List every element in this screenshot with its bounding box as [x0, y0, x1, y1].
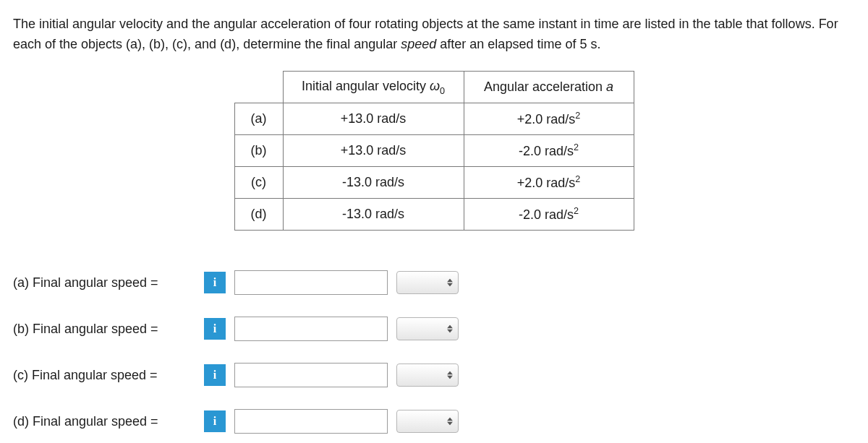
info-button[interactable]: i [204, 410, 226, 432]
answer-label: (d) Final angular speed = [13, 414, 195, 429]
accel-sq: 2 [574, 142, 579, 152]
accel-cell: -2.0 rad/s2 [464, 135, 634, 167]
omega-symbol: ω [430, 79, 440, 93]
col-header-velocity: Initial angular velocity ω0 [283, 71, 464, 103]
answer-label: (a) Final angular speed = [13, 275, 195, 291]
table-corner [234, 71, 283, 103]
velocity-cell: +13.0 rad/s [283, 103, 464, 135]
velocity-cell: -13.0 rad/s [283, 199, 464, 231]
unit-select-a[interactable] [396, 271, 459, 294]
omega-sub: 0 [440, 85, 445, 95]
col2-prefix: Angular acceleration [484, 79, 606, 94]
answer-row-b: (b) Final angular speed = i [13, 317, 855, 341]
question-text: The initial angular velocity and the ang… [13, 14, 855, 55]
row-label: (d) [234, 199, 283, 231]
accel-sq: 2 [574, 206, 579, 216]
row-label: (b) [234, 135, 283, 167]
answers-section: (a) Final angular speed = i (b) Final an… [13, 270, 855, 434]
accel-val: +2.0 rad/s [517, 176, 576, 190]
accel-cell: +2.0 rad/s2 [464, 167, 634, 199]
data-table: Initial angular velocity ω0 Angular acce… [234, 71, 634, 231]
answer-label: (c) Final angular speed = [13, 368, 195, 383]
accel-cell: -2.0 rad/s2 [464, 199, 634, 231]
unit-select-wrap [396, 317, 459, 340]
answer-input-c[interactable] [234, 363, 388, 387]
row-label: (c) [234, 167, 283, 199]
unit-select-wrap [396, 364, 459, 387]
velocity-cell: +13.0 rad/s [283, 135, 464, 167]
col-header-accel: Angular acceleration a [464, 71, 634, 103]
row-label: (a) [234, 103, 283, 135]
question-italic: speed [401, 37, 436, 51]
accel-val: -2.0 rad/s [519, 144, 574, 158]
answer-input-b[interactable] [234, 317, 388, 341]
info-button[interactable]: i [204, 272, 226, 293]
accel-val: +2.0 rad/s [517, 112, 576, 126]
accel-sq: 2 [575, 111, 580, 121]
answer-input-a[interactable] [234, 270, 388, 295]
unit-select-b[interactable] [396, 317, 459, 340]
table-row: (c) -13.0 rad/s +2.0 rad/s2 [234, 167, 634, 199]
question-part2: after an elapsed time of 5 s. [436, 37, 600, 51]
col1-prefix: Initial angular velocity [302, 79, 430, 93]
answer-input-d[interactable] [234, 409, 388, 434]
unit-select-wrap [396, 410, 459, 433]
unit-select-c[interactable] [396, 364, 459, 387]
accel-cell: +2.0 rad/s2 [464, 103, 634, 135]
table-row: (b) +13.0 rad/s -2.0 rad/s2 [234, 135, 634, 167]
answer-label: (b) Final angular speed = [13, 322, 195, 337]
alpha-symbol: a [606, 79, 613, 94]
accel-sq: 2 [575, 174, 580, 184]
unit-select-d[interactable] [396, 410, 459, 433]
answer-row-d: (d) Final angular speed = i [13, 409, 855, 434]
table-row: (a) +13.0 rad/s +2.0 rad/s2 [234, 103, 634, 135]
velocity-cell: -13.0 rad/s [283, 167, 464, 199]
unit-select-wrap [396, 271, 459, 294]
answer-row-c: (c) Final angular speed = i [13, 363, 855, 387]
answer-row-a: (a) Final angular speed = i [13, 270, 855, 295]
info-button[interactable]: i [204, 364, 226, 386]
table-row: (d) -13.0 rad/s -2.0 rad/s2 [234, 199, 634, 231]
accel-val: -2.0 rad/s [519, 207, 574, 222]
info-button[interactable]: i [204, 318, 226, 340]
